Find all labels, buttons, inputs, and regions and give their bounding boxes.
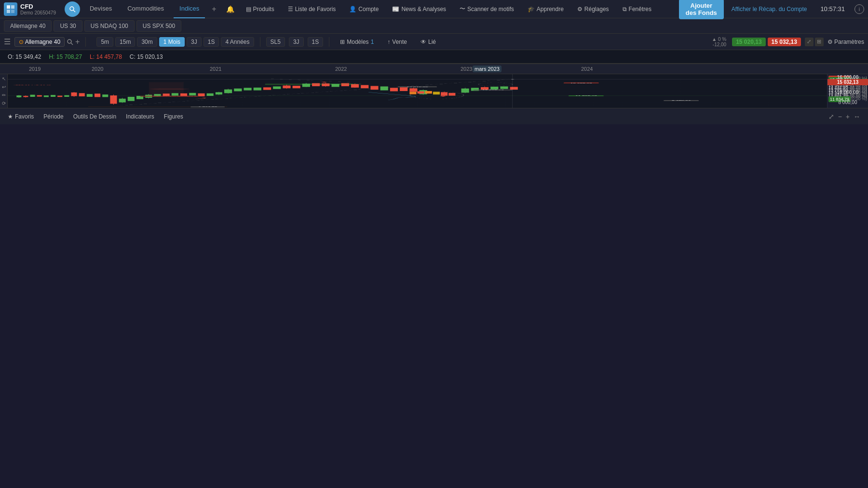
tool-undo[interactable]: ↩ [2, 84, 6, 90]
add-instrument-btn[interactable]: + [75, 38, 80, 46]
candlestick-chart: 14 910,85 13 818,73 7 974,86 16 268,19 1… [8, 74, 827, 108]
svg-text:11 828,79: 11 828,79 [575, 95, 597, 96]
price-ask: 15 032,13 [768, 38, 801, 46]
sl5-btn[interactable]: SL5 [266, 37, 285, 47]
scanner-btn[interactable]: 〜 Scanner de motifs [455, 3, 519, 15]
price-display: 15 020,13 15 032,13 [732, 38, 801, 46]
tf-4annees[interactable]: 4 Années [221, 37, 254, 47]
ohlc-c: C: 15 020,13 [130, 53, 163, 60]
compte-btn[interactable]: 👤 Compte [344, 4, 383, 14]
periode-btn[interactable]: Période [43, 113, 63, 120]
instrument-label: Allemagne 40 [25, 39, 60, 45]
tool-refresh[interactable]: ⟳ [2, 101, 6, 106]
tab-indices[interactable]: Indices [174, 0, 205, 18]
news-btn[interactable]: 📰 News & Analyses [387, 4, 451, 14]
zoom-plus-btn[interactable]: + [846, 113, 850, 120]
produits-btn[interactable]: ▤ Produits [241, 4, 279, 14]
tool-pen[interactable]: ✏ [2, 92, 6, 98]
star-icon: ★ [8, 113, 13, 120]
sidebar-toggle[interactable]: ☰ [4, 37, 11, 46]
tf-15m[interactable]: 15m [115, 37, 135, 47]
3j-btn[interactable]: 3J [289, 37, 304, 47]
market-us30[interactable]: US 30 [54, 20, 82, 32]
indicateurs-btn[interactable]: Indicateurs [126, 113, 154, 120]
price-bid: 15 020,13 [732, 38, 765, 46]
vente-label: Vente [392, 39, 407, 45]
info-button[interactable]: i [854, 4, 864, 14]
modeles-btn[interactable]: ⊞ Modèles 1 [335, 37, 379, 47]
add-funds-label2: des Fonds [686, 9, 717, 16]
fenetres-icon: ⧉ [623, 6, 627, 13]
svg-rect-32 [79, 93, 85, 96]
1s-btn[interactable]: 1S [308, 37, 324, 47]
market-allemagne40[interactable]: Allemagne 40 [4, 20, 52, 32]
svg-point-6 [68, 40, 71, 43]
figures-btn[interactable]: Figures [164, 113, 183, 120]
instrument-selector[interactable]: ⊙ Allemagne 40 + [14, 37, 80, 47]
market-usndaq100[interactable]: US NDAQ 100 [84, 20, 135, 32]
svg-text:-4 465,2, -27.4 % Bougies 5: -4 465,2, -27.4 % Bougies 5 [142, 96, 197, 96]
maximize-btn[interactable]: ⤢ [805, 38, 814, 46]
separator [85, 37, 86, 47]
window-btn2[interactable]: ⊞ [815, 38, 824, 46]
change-percent: ▲ 0 % [712, 37, 726, 42]
svg-text:8 480,24: 8 480,24 [672, 100, 691, 101]
svg-text:-333,11 / -2.17 %: -333,11 / -2.17 % [14, 85, 51, 85]
reglages-icon: ⚙ [577, 6, 583, 13]
favoris-nav-btn[interactable]: ☰ Liste de Favoris [283, 4, 341, 14]
market-usspy500[interactable]: US SPX 500 [136, 20, 181, 32]
svg-rect-86 [418, 91, 424, 93]
lie-label: Lié [428, 39, 436, 45]
compte-icon: 👤 [349, 6, 356, 13]
tool-cursor[interactable]: ↖ [2, 76, 6, 81]
fenetres-btn[interactable]: ⧉ Fenêtres [618, 4, 656, 14]
add-funds-button[interactable]: Ajouter des Fonds [679, 0, 724, 19]
svg-rect-58 [254, 88, 261, 91]
ohlc-h: H: 15 708,27 [49, 53, 82, 60]
news-label: News & Analyses [401, 6, 446, 13]
tab-devises[interactable]: Devises [84, 0, 118, 18]
change-pts: -12,00 [713, 42, 726, 47]
modeles-icon: ⊞ [340, 39, 345, 45]
window-controls: ⤢ ⊞ [805, 38, 824, 46]
produits-label: Produits [253, 6, 274, 13]
svg-rect-95 [471, 88, 479, 91]
chart-canvas[interactable]: 14 910,85 13 818,73 7 974,86 16 268,19 1… [8, 74, 827, 108]
outils-btn[interactable]: Outils De Dessin [73, 113, 116, 120]
afficher-button[interactable]: Afficher le Récap. du Compte [728, 6, 811, 13]
svg-rect-0 [7, 5, 10, 9]
svg-rect-50 [198, 93, 204, 96]
reglages-btn[interactable]: ⚙ Réglages [572, 4, 614, 14]
pan-btn[interactable]: ↔ [854, 113, 860, 120]
zoom-fit-btn[interactable]: ⤢ [828, 113, 834, 120]
price-10000: 10 000,00 [827, 90, 868, 95]
time-2019: 2019 [29, 66, 41, 72]
favoris-label: Favoris [15, 113, 34, 120]
vente-btn[interactable]: ↑ Vente [382, 37, 412, 47]
tf-5m[interactable]: 5m [96, 37, 113, 47]
favoris-btn[interactable]: ★ Favoris [8, 113, 34, 120]
tf-30m[interactable]: 30m [137, 37, 157, 47]
app-logo [4, 2, 17, 16]
tf-1s[interactable]: 1S [203, 37, 219, 47]
svg-rect-87 [425, 91, 432, 93]
svg-rect-56 [234, 89, 242, 92]
tf-1mois[interactable]: 1 Mois [159, 37, 185, 47]
svg-rect-98 [490, 87, 498, 90]
lie-btn[interactable]: 👁 Lié [416, 37, 441, 47]
zoom-minus-btn[interactable]: − [838, 113, 842, 120]
svg-rect-3 [11, 10, 14, 13]
time-mars2023: mars 2023 [473, 66, 502, 72]
search-button[interactable] [65, 1, 80, 17]
apprendre-label: Apprendre [537, 6, 564, 13]
change-info: ▲ 0 % -12,00 [712, 37, 726, 47]
add-tab-button[interactable]: + [209, 5, 219, 13]
notification-button[interactable]: 🔔 [223, 5, 237, 13]
parametres-button[interactable]: ⚙ Paramètres [827, 39, 864, 45]
apprendre-btn[interactable]: 🎓 Apprendre [523, 4, 569, 14]
bottom-right-controls: ⤢ − + ↔ [828, 113, 860, 120]
search-instrument-icon[interactable] [67, 39, 73, 45]
tab-commodities[interactable]: Commodities [122, 0, 170, 18]
tf-3j[interactable]: 3J [187, 37, 202, 47]
svg-rect-1 [11, 5, 14, 9]
